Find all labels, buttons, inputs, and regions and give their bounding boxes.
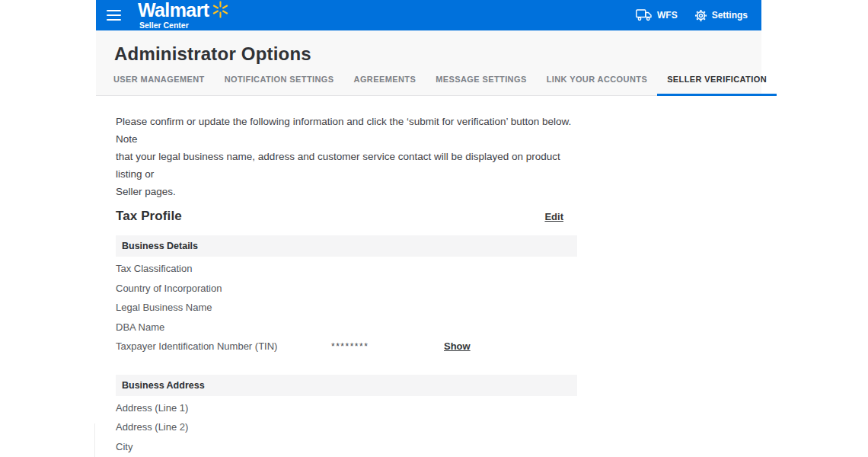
row-tax-classification: Tax Classification — [116, 259, 577, 279]
tab-message-settings[interactable]: MESSAGE SETTINGS — [426, 75, 536, 95]
field-label: Tax Classification — [116, 263, 331, 274]
wfs-label: WFS — [657, 10, 678, 21]
tax-profile-header-row: Tax Profile Edit — [116, 209, 582, 224]
masked-tin-value: ******** — [331, 341, 444, 352]
row-dba-name: DBA Name — [116, 318, 577, 337]
business-details-rows: Tax Classification Country of Incorporat… — [116, 259, 577, 356]
settings-button[interactable]: Settings — [694, 9, 748, 22]
field-label: Taxpayer Identification Number (TIN) — [116, 340, 331, 352]
wfs-button[interactable]: WFS — [636, 9, 678, 21]
left-edge-divider — [94, 423, 95, 457]
field-label: Address (Line 1) — [116, 402, 331, 414]
field-label: City — [116, 441, 331, 452]
field-label: Address (Line 2) — [116, 421, 331, 433]
gear-icon — [694, 9, 707, 22]
brand-subtitle: Seller Center — [139, 21, 229, 30]
tab-bar: USER MANAGEMENT NOTIFICATION SETTINGS AG… — [96, 75, 761, 95]
page-header: Administrator Options USER MANAGEMENT NO… — [96, 30, 761, 96]
seller-verification-panel: Please confirm or update the following i… — [96, 96, 761, 457]
row-country-of-incorporation: Country of Incorporation — [116, 279, 577, 299]
row-city: City — [116, 437, 577, 457]
field-label: Legal Business Name — [116, 302, 331, 313]
walmart-wordmark: Walmart — [138, 1, 209, 20]
field-label: DBA Name — [116, 321, 331, 333]
business-address-section: Business Address Address (Line 1) Addres… — [116, 375, 577, 457]
business-details-section: Business Details Tax Classification Coun… — [116, 235, 577, 356]
walmart-spark-icon — [212, 1, 229, 21]
hamburger-menu-icon[interactable] — [107, 10, 121, 21]
seller-center-app: Walmart Seller Center — [96, 0, 761, 457]
tab-seller-verification[interactable]: SELLER VERIFICATION — [657, 75, 777, 95]
business-address-section-header: Business Address — [116, 375, 577, 396]
tab-user-management[interactable]: USER MANAGEMENT — [104, 75, 215, 95]
row-address-line-1: Address (Line 1) — [116, 398, 577, 418]
row-address-line-2: Address (Line 2) — [116, 417, 577, 437]
tab-notification-settings[interactable]: NOTIFICATION SETTINGS — [215, 75, 344, 95]
row-tin: Taxpayer Identification Number (TIN) ***… — [116, 337, 577, 356]
walmart-seller-center-logo[interactable]: Walmart Seller Center — [138, 1, 229, 30]
tab-agreements[interactable]: AGREEMENTS — [344, 75, 426, 95]
truck-icon — [636, 9, 653, 21]
intro-text: Please confirm or update the following i… — [116, 113, 588, 200]
page-title: Administrator Options — [114, 43, 761, 66]
field-label: Country of Incorporation — [116, 283, 331, 294]
row-legal-business-name: Legal Business Name — [116, 298, 577, 318]
business-address-rows: Address (Line 1) Address (Line 2) City S… — [116, 398, 577, 457]
topbar: Walmart Seller Center — [96, 0, 761, 30]
business-details-section-header: Business Details — [116, 235, 577, 257]
edit-link[interactable]: Edit — [544, 211, 563, 222]
tab-link-your-accounts[interactable]: LINK YOUR ACCOUNTS — [537, 75, 657, 95]
tax-profile-heading: Tax Profile — [116, 209, 182, 224]
show-tin-link[interactable]: Show — [444, 340, 577, 352]
settings-label: Settings — [712, 10, 748, 21]
